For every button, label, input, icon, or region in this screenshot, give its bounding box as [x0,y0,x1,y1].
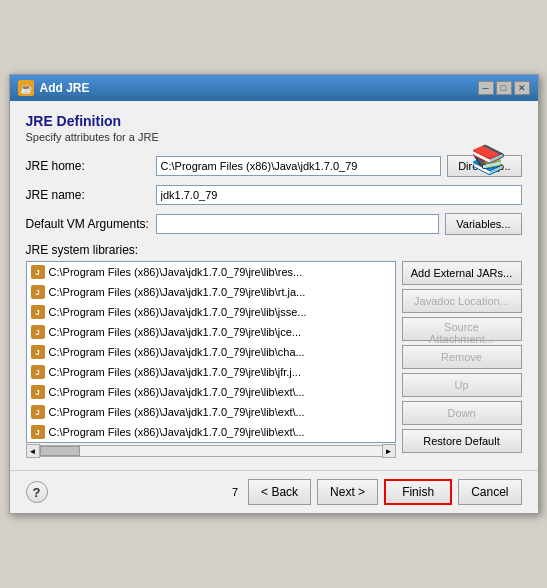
jre-name-row: JRE name: [26,185,522,205]
list-item[interactable]: J C:\Program Files (x86)\Java\jdk1.7.0_7… [27,402,395,422]
h-scrollbar-thumb[interactable] [40,446,80,456]
up-button[interactable]: Up [402,373,522,397]
list-item[interactable]: J C:\Program Files (x86)\Java\jdk1.7.0_7… [27,262,395,282]
list-item[interactable]: J C:\Program Files (x86)\Java\jdk1.7.0_7… [27,422,395,442]
add-jre-window: ☕ Add JRE ─ □ ✕ JRE Definition Specify a… [9,74,539,514]
list-item[interactable]: J C:\Program Files (x86)\Java\jdk1.7.0_7… [27,322,395,342]
list-item-text: C:\Program Files (x86)\Java\jdk1.7.0_79\… [49,306,307,318]
list-item-text: C:\Program Files (x86)\Java\jdk1.7.0_79\… [49,366,301,378]
jar-icon: J [31,305,45,319]
cancel-button[interactable]: Cancel [458,479,521,505]
libraries-area: J C:\Program Files (x86)\Java\jdk1.7.0_7… [26,261,522,458]
scroll-right-button[interactable]: ► [382,444,396,458]
jre-name-label: JRE name: [26,188,156,202]
jar-icon: J [31,265,45,279]
title-bar-left: ☕ Add JRE [18,80,90,96]
list-item-text: C:\Program Files (x86)\Java\jdk1.7.0_79\… [49,386,305,398]
source-attachment-button[interactable]: Source Attachment... [402,317,522,341]
variables-button[interactable]: Variables... [445,213,521,235]
books-icon: 📚 [471,143,506,176]
list-item-text: C:\Program Files (x86)\Java\jdk1.7.0_79\… [49,326,302,338]
minimize-button[interactable]: ─ [478,81,494,95]
next-button[interactable]: Next > [317,479,378,505]
jar-icon: J [31,325,45,339]
scroll-left-button[interactable]: ◄ [26,444,40,458]
list-item[interactable]: J C:\Program Files (x86)\Java\jdk1.7.0_7… [27,382,395,402]
list-item-text: C:\Program Files (x86)\Java\jdk1.7.0_79\… [49,266,303,278]
help-button[interactable]: ? [26,481,48,503]
bottom-navigation: 7 < Back Next > Finish Cancel [232,479,522,505]
side-button-panel: Add External JARs... Javadoc Location...… [402,261,522,458]
list-item-text: C:\Program Files (x86)\Java\jdk1.7.0_79\… [49,426,305,438]
list-item-text: C:\Program Files (x86)\Java\jdk1.7.0_79\… [49,406,305,418]
jre-name-input[interactable] [156,185,522,205]
back-button[interactable]: < Back [248,479,311,505]
vm-args-label: Default VM Arguments: [26,217,156,231]
list-item[interactable]: J C:\Program Files (x86)\Java\jdk1.7.0_7… [27,302,395,322]
list-item[interactable]: J C:\Program Files (x86)\Java\jdk1.7.0_7… [27,362,395,382]
list-item-text: C:\Program Files (x86)\Java\jdk1.7.0_79\… [49,346,305,358]
section-title: JRE Definition [26,113,522,129]
jar-icon: J [31,345,45,359]
title-bar: ☕ Add JRE ─ □ ✕ [10,75,538,101]
finish-button[interactable]: Finish [384,479,452,505]
jar-icon: J [31,405,45,419]
library-list[interactable]: J C:\Program Files (x86)\Java\jdk1.7.0_7… [26,261,396,443]
libraries-label: JRE system libraries: [26,243,522,257]
step-indicator: 7 [232,486,238,498]
remove-button[interactable]: Remove [402,345,522,369]
jre-home-row: JRE home: Directory... [26,155,522,177]
jar-icon: J [31,425,45,439]
add-external-jars-button[interactable]: Add External JARs... [402,261,522,285]
close-button[interactable]: ✕ [514,81,530,95]
list-section: J C:\Program Files (x86)\Java\jdk1.7.0_7… [26,261,396,458]
list-item[interactable]: J C:\Program Files (x86)\Java\jdk1.7.0_7… [27,282,395,302]
jar-icon: J [31,385,45,399]
jar-icon: J [31,365,45,379]
vm-args-input[interactable] [156,214,440,234]
jar-icon: J [31,285,45,299]
list-item[interactable]: J C:\Program Files (x86)\Java\jdk1.7.0_7… [27,342,395,362]
window-icon: ☕ [18,80,34,96]
h-scrollbar-track[interactable] [40,445,382,457]
maximize-button[interactable]: □ [496,81,512,95]
vm-args-row: Default VM Arguments: Variables... [26,213,522,235]
restore-default-button[interactable]: Restore Default [402,429,522,453]
section-subtitle: Specify attributes for a JRE [26,131,522,143]
javadoc-location-button[interactable]: Javadoc Location... [402,289,522,313]
bottom-bar: ? 7 < Back Next > Finish Cancel [10,470,538,513]
horizontal-scrollbar[interactable]: ◄ ► [26,444,396,458]
window-controls[interactable]: ─ □ ✕ [478,81,530,95]
header-section: JRE Definition Specify attributes for a … [26,113,522,143]
dialog-content: JRE Definition Specify attributes for a … [10,101,538,470]
jre-home-label: JRE home: [26,159,156,173]
window-title: Add JRE [40,81,90,95]
jre-home-input[interactable] [156,156,442,176]
list-item-text: C:\Program Files (x86)\Java\jdk1.7.0_79\… [49,286,306,298]
down-button[interactable]: Down [402,401,522,425]
